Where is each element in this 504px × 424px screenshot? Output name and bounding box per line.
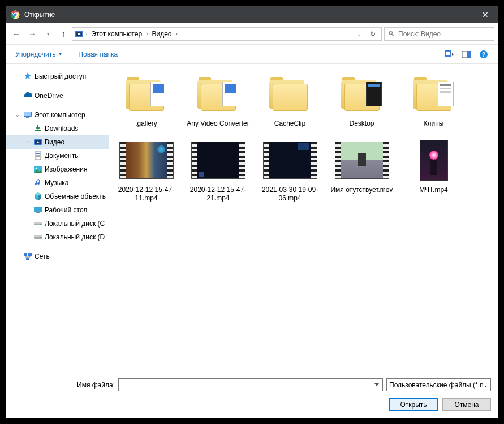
svg-rect-15 (35, 130, 41, 131)
svg-point-23 (36, 168, 37, 169)
sidebar-downloads[interactable]: Downloads (6, 122, 109, 135)
svg-rect-19 (36, 153, 40, 154)
svg-rect-25 (36, 212, 40, 213)
breadcrumb-root[interactable]: Этот компьютер (89, 30, 144, 38)
desktop-icon (33, 205, 42, 215)
titlebar: Открытие ✕ (6, 6, 498, 23)
sidebar-onedrive[interactable]: OneDrive (6, 89, 109, 102)
file-grid: .gallery Any Video Converter CacheClip D… (109, 64, 498, 372)
svg-rect-13 (24, 112, 31, 116)
folder-item[interactable]: Desktop (329, 71, 394, 128)
chevron-right-icon[interactable]: › (145, 31, 148, 37)
svg-rect-9 (467, 51, 471, 58)
navbar: ← → ▾ ↑ › Этот компьютер › Видео › ⌄ ↻ 🔍… (6, 23, 498, 45)
sidebar-documents[interactable]: Документы (6, 149, 109, 162)
svg-rect-32 (24, 253, 27, 256)
svg-rect-7 (446, 52, 450, 55)
file-open-dialog: Открытие ✕ ← → ▾ ↑ › Этот компьютер › Ви… (6, 6, 498, 418)
filename-label: Имя файла: (13, 381, 115, 389)
sidebar: Быстрый доступ OneDrive ⌄ Этот компьютер… (6, 64, 109, 372)
video-file-item[interactable]: 2020-12-12 15-47-11.mp4 (114, 137, 179, 203)
svg-rect-30 (34, 235, 42, 237)
toolbar: Упорядочить ▼ Новая папка ? (6, 45, 498, 64)
sidebar-quick-access[interactable]: Быстрый доступ (6, 70, 109, 83)
footer: Имя файла: Пользовательские файлы (*.n ⌄… (6, 372, 498, 418)
download-icon (33, 124, 42, 133)
expand-icon[interactable]: › (24, 139, 31, 145)
open-button[interactable]: Открыть (389, 398, 438, 411)
search-placeholder: Поиск: Видео (398, 30, 441, 38)
recent-dropdown[interactable]: ▾ (41, 27, 55, 41)
cancel-button[interactable]: Отмена (442, 398, 491, 411)
window-title: Открытие (24, 11, 472, 19)
refresh-button[interactable]: ↻ (367, 28, 379, 40)
search-icon: 🔍︎ (388, 30, 395, 38)
sidebar-pictures[interactable]: Изображения (6, 162, 109, 176)
folder-item[interactable]: CacheClip (257, 71, 322, 128)
sidebar-desktop[interactable]: Рабочий стол (6, 203, 109, 217)
filetype-select[interactable]: Пользовательские файлы (*.n ⌄ (386, 378, 491, 391)
chrome-icon (11, 10, 20, 19)
back-button[interactable]: ← (10, 27, 23, 41)
video-file-item[interactable]: 2021-03-30 19-09-06.mp4 (257, 137, 322, 203)
svg-rect-27 (34, 222, 42, 224)
search-input[interactable]: 🔍︎ Поиск: Видео (384, 27, 494, 41)
help-button[interactable]: ? (475, 47, 492, 62)
image-icon (33, 165, 42, 174)
drive-icon (33, 233, 42, 242)
document-icon (33, 151, 42, 160)
folder-item[interactable]: Клипы (401, 71, 466, 128)
cube-icon (33, 192, 42, 201)
new-folder-button[interactable]: Новая папка (75, 48, 121, 61)
video-file-item[interactable]: Имя отутствует.mov (329, 137, 394, 203)
view-mode-button[interactable] (441, 47, 458, 62)
preview-pane-button[interactable] (458, 47, 475, 62)
dialog-body: Быстрый доступ OneDrive ⌄ Этот компьютер… (6, 64, 498, 372)
sidebar-video[interactable]: › Видео (6, 135, 109, 149)
video-file-item[interactable]: 2020-12-12 15-47-21.mp4 (186, 137, 251, 203)
cloud-icon (23, 91, 32, 100)
video-file-item[interactable]: МЧТ.mp4 (401, 137, 466, 203)
organize-button[interactable]: Упорядочить ▼ (12, 48, 66, 61)
filename-input[interactable] (118, 378, 383, 391)
breadcrumb-folder[interactable]: Видео (149, 30, 174, 38)
chevron-down-icon: ▼ (58, 52, 62, 57)
svg-text:?: ? (482, 51, 486, 58)
svg-rect-33 (28, 253, 32, 256)
chevron-right-icon[interactable]: › (85, 31, 88, 37)
close-button[interactable]: ✕ (472, 6, 498, 23)
up-button[interactable]: ↑ (57, 28, 70, 40)
address-bar[interactable]: › Этот компьютер › Видео › ⌄ ↻ (72, 27, 382, 41)
folder-item[interactable]: Any Video Converter (186, 71, 251, 128)
svg-rect-24 (34, 207, 42, 212)
svg-point-31 (40, 237, 41, 238)
sidebar-3d-objects[interactable]: Объемные объекть (6, 190, 109, 203)
sidebar-disk-c[interactable]: Локальный диск (C (6, 217, 109, 230)
sidebar-network[interactable]: Сеть (6, 250, 109, 263)
music-icon (33, 178, 42, 187)
expand-icon[interactable]: ⌄ (14, 112, 21, 118)
network-icon (23, 252, 32, 261)
svg-rect-21 (36, 156, 40, 157)
video-library-icon (75, 29, 84, 38)
forward-button[interactable]: → (25, 27, 39, 41)
folder-item[interactable]: .gallery (114, 71, 179, 128)
video-icon (33, 138, 42, 147)
sidebar-music[interactable]: Музыка (6, 176, 109, 190)
chevron-right-icon[interactable]: › (175, 31, 178, 37)
chevron-down-icon: ⌄ (484, 382, 488, 388)
drive-icon (33, 219, 42, 228)
svg-rect-20 (36, 155, 40, 156)
svg-point-28 (40, 224, 41, 225)
sidebar-this-pc[interactable]: ⌄ Этот компьютер (6, 108, 109, 122)
sidebar-disk-d[interactable]: Локальный диск (D (6, 230, 109, 244)
address-dropdown[interactable]: ⌄ (353, 28, 365, 40)
monitor-icon (23, 110, 32, 119)
star-icon (23, 72, 32, 81)
svg-rect-14 (26, 117, 29, 118)
